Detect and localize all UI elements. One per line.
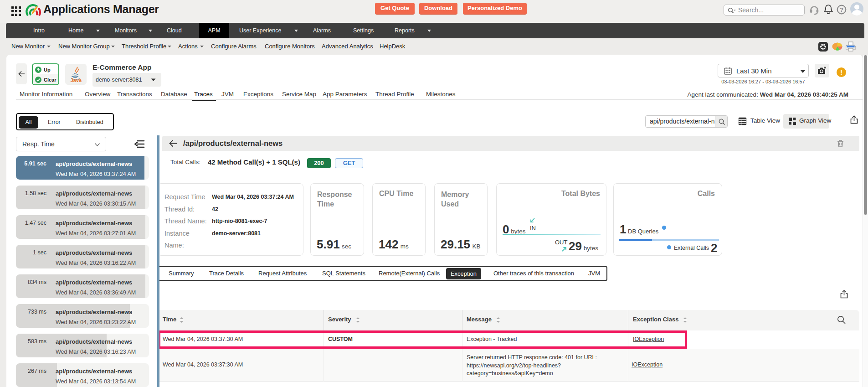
svg-text:Java: Java: [71, 77, 82, 83]
svg-text:?: ?: [840, 6, 843, 13]
